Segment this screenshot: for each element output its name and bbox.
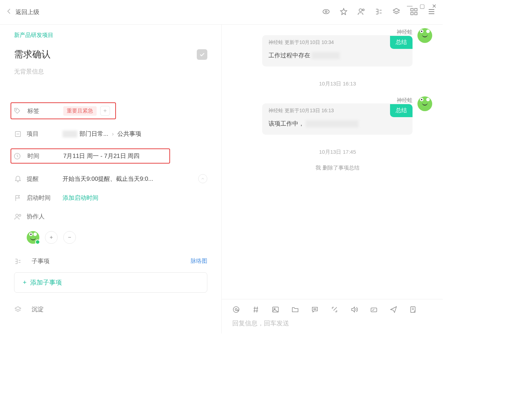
chevron-right-icon: › — [112, 131, 114, 138]
back-button[interactable]: 返回上级 — [7, 8, 39, 16]
back-label: 返回上级 — [15, 8, 39, 16]
subitems-icon — [14, 257, 22, 265]
chevron-left-icon — [7, 8, 11, 16]
link-icon[interactable] — [331, 306, 338, 313]
reply-input[interactable] — [232, 320, 432, 327]
priority-tag[interactable]: 重要且紧急 — [63, 106, 97, 116]
edit-icon[interactable] — [409, 306, 417, 313]
message-sender: 神经蛙 — [397, 97, 413, 104]
precipitate-label: 沉淀 — [32, 305, 44, 313]
message-bubble[interactable]: 神经蛙 更新于10月13日 16:13 总结 该项工作中， xxxxxxx — [262, 103, 413, 135]
eye-icon[interactable] — [322, 7, 330, 17]
svg-point-8 — [16, 109, 17, 110]
time-label: 时间 — [27, 152, 63, 160]
hash-icon[interactable] — [252, 306, 260, 313]
bell-icon — [14, 175, 22, 183]
subitems-label: 子事项 — [32, 257, 50, 265]
svg-rect-6 — [411, 12, 413, 15]
task-title[interactable]: 需求确认 — [14, 48, 51, 61]
audio-icon[interactable] — [350, 306, 358, 313]
collaborator-avatar[interactable] — [27, 231, 39, 244]
complete-checkbox[interactable] — [197, 49, 207, 60]
sender-avatar[interactable] — [417, 28, 432, 43]
redacted-text: xxxxxxx — [306, 120, 358, 127]
send-icon[interactable] — [390, 306, 397, 313]
start-time-label: 启动时间 — [27, 194, 63, 202]
chat-timestamp: 10月13日 17:45 — [243, 149, 432, 155]
message-bubble[interactable]: 神经蛙 更新于10月10日 10:34 总结 工作过程中存在 xxxx — [262, 35, 413, 66]
collaborators-icon — [14, 213, 22, 221]
at-icon[interactable] — [232, 306, 240, 313]
message-meta: 神经蛙 更新于10月10日 10:34 — [262, 35, 340, 49]
message-sender: 神经蛙 — [397, 29, 413, 36]
svg-point-14 — [235, 308, 237, 311]
background-placeholder[interactable]: 无背景信息 — [14, 68, 207, 76]
svg-point-17 — [313, 309, 314, 310]
clock-icon — [13, 152, 21, 160]
redacted-text: xxxx — [312, 52, 340, 59]
project-path[interactable]: xx 部门日常... › 公共事项 — [63, 130, 207, 138]
branch-icon[interactable] — [375, 7, 383, 17]
collapse-button[interactable] — [198, 174, 207, 183]
add-collaborator-button[interactable]: + — [45, 231, 58, 244]
flag-icon — [14, 194, 22, 202]
summary-tag: 总结 — [390, 104, 413, 117]
chat-icon[interactable] — [311, 306, 319, 313]
project-icon — [14, 130, 22, 138]
window-maximize[interactable]: ▢ — [420, 3, 425, 9]
tags-label: 标签 — [27, 107, 63, 115]
add-tag-button[interactable]: + — [100, 106, 110, 116]
redacted-text: xx — [63, 131, 77, 138]
time-highlight-box: 时间 7月11日 周一 - 7月21日 周四 — [11, 148, 170, 164]
svg-point-0 — [323, 9, 329, 14]
window-minimize[interactable]: — — [407, 3, 413, 9]
svg-point-12 — [19, 214, 21, 216]
project-label: 项目 — [27, 130, 63, 138]
system-message: 我 删除了事项总结 — [243, 165, 432, 171]
message-meta: 神经蛙 更新于10月13日 16:13 — [262, 103, 340, 117]
plus-icon: + — [23, 279, 27, 286]
star-icon[interactable] — [339, 7, 348, 17]
add-subitem-button[interactable]: + 添加子事项 — [14, 272, 207, 293]
remove-collaborator-button[interactable]: − — [63, 231, 76, 244]
message-body-prefix: 工作过程中存在 — [268, 51, 310, 59]
message-body-prefix: 该项工作中， — [268, 120, 304, 128]
folder-icon[interactable] — [291, 306, 299, 313]
image-icon[interactable] — [272, 306, 279, 313]
collaborators-label: 协作人 — [27, 212, 63, 221]
layers-icon[interactable] — [392, 7, 401, 17]
summary-tag: 总结 — [390, 36, 413, 49]
reminder-label: 提醒 — [27, 175, 63, 183]
project-breadcrumb[interactable]: 新产品研发项目 — [14, 32, 207, 39]
svg-point-18 — [314, 309, 315, 310]
svg-rect-7 — [415, 12, 417, 15]
people-icon[interactable] — [357, 7, 365, 17]
window-close[interactable]: ✕ — [432, 3, 436, 9]
svg-point-2 — [359, 9, 362, 12]
tag-icon — [13, 107, 21, 115]
tags-highlight-box: 标签 重要且紧急 + — [11, 102, 116, 119]
keyboard-icon[interactable] — [370, 306, 378, 313]
svg-point-19 — [316, 309, 316, 310]
svg-point-11 — [16, 214, 18, 216]
sender-avatar[interactable] — [417, 96, 432, 111]
chat-timestamp: 10月13日 16:13 — [243, 81, 432, 87]
online-badge-icon — [35, 240, 40, 244]
reminder-value[interactable]: 开始当天9:00提醒、截止当天9:0... — [63, 175, 198, 183]
time-value[interactable]: 7月11日 周一 - 7月21日 周四 — [63, 152, 169, 160]
precipitate-icon — [14, 306, 22, 313]
context-diagram-link[interactable]: 脉络图 — [190, 257, 207, 265]
svg-point-3 — [363, 9, 364, 11]
add-start-time-button[interactable]: 添加启动时间 — [63, 194, 207, 202]
svg-point-1 — [325, 11, 327, 12]
